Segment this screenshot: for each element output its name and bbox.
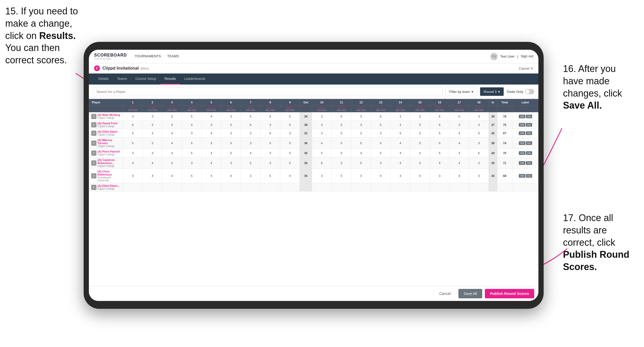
hole-10-score[interactable]: 3 (312, 121, 332, 129)
hole-11-score[interactable]: 5 (332, 137, 351, 149)
hole-12-score[interactable] (351, 183, 371, 192)
hole-3-score[interactable]: 5 (162, 157, 182, 169)
hole-17-score[interactable]: 5 (450, 112, 469, 121)
hole-12-score[interactable]: 3 (351, 169, 371, 183)
hole-12-score[interactable]: 3 (351, 112, 371, 121)
label-badge[interactable]: WD (519, 115, 525, 118)
hole-5-score[interactable]: 4 (202, 129, 221, 137)
hole-17-score[interactable]: 4 (450, 137, 469, 149)
hole-3-score[interactable]: 4 (162, 137, 182, 149)
hole-18-score[interactable] (469, 183, 489, 192)
hole-2-score[interactable]: 3 (143, 112, 162, 121)
hole-9-score[interactable]: 4 (280, 169, 300, 183)
sign-out-link[interactable]: Sign out (521, 53, 533, 60)
hole-7-score[interactable]: 4 (241, 149, 260, 157)
hole-9-score[interactable]: 5 (280, 112, 300, 121)
hole-4-score[interactable] (182, 183, 202, 192)
hole-14-score[interactable]: 3 (390, 121, 410, 129)
hole-2-score[interactable]: 4 (143, 169, 162, 183)
hole-9-score[interactable]: 5 (280, 149, 300, 157)
hole-1-score[interactable] (123, 183, 143, 192)
search-input[interactable] (93, 87, 443, 96)
hole-13-score[interactable] (371, 183, 390, 192)
hole-2-score[interactable]: 3 (143, 129, 162, 137)
hole-6-score[interactable]: 3 (221, 157, 241, 169)
hole-2-score[interactable]: 3 (143, 149, 162, 157)
hole-4-score[interactable]: 3 (182, 129, 202, 137)
label-badge[interactable]: WD (519, 151, 525, 155)
hole-1-score[interactable]: 5 (123, 129, 143, 137)
hole-10-score[interactable]: 5 (312, 149, 332, 157)
hole-4-score[interactable]: 5 (182, 149, 202, 157)
hole-6-score[interactable]: 3 (221, 112, 241, 121)
hole-10-score[interactable]: 3 (312, 169, 332, 183)
cancel-action-button[interactable]: Cancel (434, 289, 456, 298)
hole-14-score[interactable]: 3 (390, 169, 410, 183)
hole-14-score[interactable]: 4 (390, 137, 410, 149)
label-badge[interactable]: DQ (526, 123, 532, 127)
hole-16-score[interactable]: 6 (430, 121, 449, 129)
hole-15-score[interactable]: 3 (410, 129, 430, 137)
hole-6-score[interactable]: 4 (221, 169, 241, 183)
hole-15-score[interactable]: 3 (410, 157, 430, 169)
totals-only-toggle[interactable]: Totals Only (507, 89, 534, 94)
label-badge[interactable]: DQ (526, 131, 532, 135)
nav-tournaments[interactable]: TOURNAMENTS (135, 53, 161, 60)
hole-18-score[interactable]: 6 (469, 149, 489, 157)
hole-18-score[interactable]: 6 (469, 129, 489, 137)
label-badge[interactable]: WD (519, 123, 525, 127)
publish-round-scores-button[interactable]: Publish Round Scores (485, 289, 534, 298)
hole-14-score[interactable]: 3 (390, 157, 410, 169)
hole-6-score[interactable]: 3 (221, 129, 241, 137)
hole-5-score[interactable]: 4 (202, 157, 221, 169)
label-badge[interactable]: WD (519, 174, 525, 178)
hole-7-score[interactable]: 5 (241, 157, 260, 169)
hole-4-score[interactable]: 4 (182, 121, 202, 129)
hole-9-score[interactable]: 5 (280, 157, 300, 169)
hole-14-score[interactable] (390, 183, 410, 192)
hole-8-score[interactable]: 5 (260, 137, 280, 149)
hole-7-score[interactable]: 5 (241, 112, 260, 121)
hole-11-score[interactable]: 5 (332, 129, 351, 137)
hole-8-score[interactable]: 3 (260, 157, 280, 169)
hole-6-score[interactable]: 5 (221, 149, 241, 157)
hole-17-score[interactable]: 4 (450, 157, 469, 169)
hole-15-score[interactable]: 3 (410, 149, 430, 157)
save-all-button[interactable]: Save All (458, 289, 482, 298)
hole-5-score[interactable]: 3 (202, 121, 221, 129)
label-badge[interactable]: WD (519, 131, 525, 135)
hole-1-score[interactable]: 5 (123, 137, 143, 149)
tab-results[interactable]: Results (160, 74, 180, 85)
hole-2-score[interactable] (143, 183, 162, 192)
hole-1-score[interactable]: 4 (123, 157, 143, 169)
label-badge[interactable]: DQ (526, 141, 532, 145)
label-badge[interactable]: WD (519, 141, 525, 145)
hole-14-score[interactable]: 4 (390, 149, 410, 157)
hole-8-score[interactable] (260, 183, 280, 192)
score-table-wrapper[interactable]: Player 1 2 3 4 5 6 7 8 9 Out 10 11 12 (89, 99, 538, 286)
hole-3-score[interactable]: 5 (162, 112, 182, 121)
hole-12-score[interactable]: 5 (351, 137, 371, 149)
hole-12-score[interactable]: 3 (351, 121, 371, 129)
hole-9-score[interactable]: 3 (280, 137, 300, 149)
tab-details[interactable]: Details (94, 74, 113, 85)
nav-teams[interactable]: TEAMS (167, 53, 179, 60)
hole-8-score[interactable]: 6 (260, 112, 280, 121)
hole-11-score[interactable]: 5 (332, 169, 351, 183)
hole-15-score[interactable]: 5 (410, 121, 430, 129)
hole-7-score[interactable]: 3 (241, 129, 260, 137)
hole-4-score[interactable]: 5 (182, 137, 202, 149)
hole-16-score[interactable]: 6 (430, 112, 449, 121)
hole-17-score[interactable]: 4 (450, 169, 469, 183)
hole-18-score[interactable]: 3 (469, 112, 489, 121)
hole-4-score[interactable]: 5 (182, 169, 202, 183)
hole-10-score[interactable]: 3 (312, 129, 332, 137)
hole-10-score[interactable]: 6 (312, 157, 332, 169)
hole-18-score[interactable]: 3 (469, 157, 489, 169)
tab-course-setup[interactable]: Course Setup (131, 74, 160, 85)
hole-13-score[interactable]: 5 (371, 149, 390, 157)
hole-12-score[interactable]: 3 (351, 129, 371, 137)
hole-15-score[interactable]: 5 (410, 112, 430, 121)
hole-15-score[interactable]: 5 (410, 169, 430, 183)
hole-9-score[interactable] (280, 183, 300, 192)
